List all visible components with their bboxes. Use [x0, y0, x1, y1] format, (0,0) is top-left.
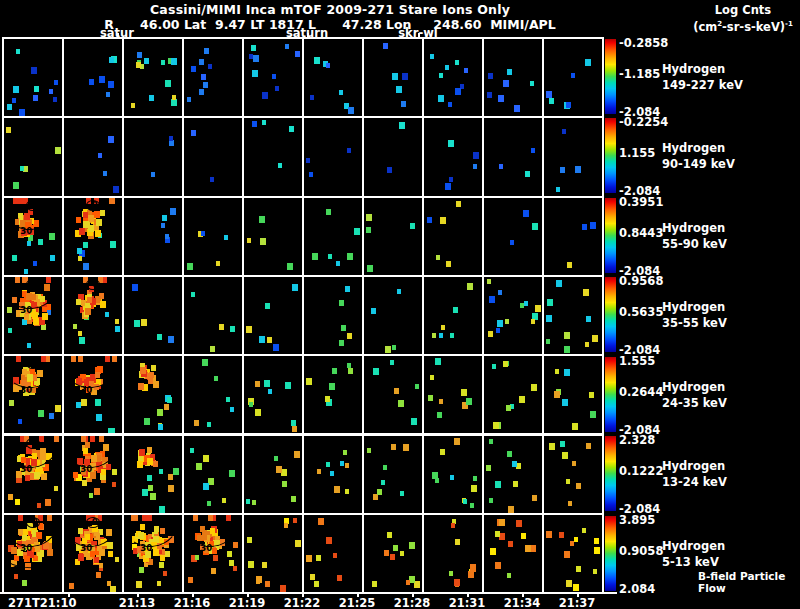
data-dot	[586, 316, 591, 322]
data-dot	[316, 555, 321, 561]
panel-r5c1: 030	[4, 356, 62, 433]
data-dot	[153, 461, 158, 467]
data-dot	[292, 426, 297, 432]
data-dot	[141, 319, 147, 326]
contour-label: 30	[80, 386, 92, 394]
data-dot	[147, 475, 152, 481]
data-dot	[168, 485, 174, 492]
data-dot	[251, 45, 256, 51]
data-dot	[201, 74, 206, 80]
data-dot	[409, 542, 415, 549]
data-dot	[507, 69, 512, 75]
data-dot	[214, 376, 218, 381]
data-dot	[329, 383, 335, 390]
data-dot	[233, 542, 238, 548]
data-dot	[113, 186, 119, 193]
data-dot	[267, 337, 272, 343]
data-dot	[448, 140, 454, 147]
colorbar	[605, 198, 616, 273]
data-dot	[115, 319, 119, 324]
data-dot	[402, 73, 408, 80]
data-dot	[20, 166, 24, 171]
data-dot	[132, 284, 138, 291]
panel-r3c4	[184, 198, 242, 275]
data-dot	[487, 92, 492, 98]
time-label: 21:13	[119, 596, 156, 609]
data-dot	[287, 263, 293, 270]
data-dot	[499, 519, 505, 526]
data-dot	[85, 308, 91, 315]
data-dot	[432, 333, 436, 338]
panel-r4c2: 0	[64, 277, 122, 354]
data-dot	[107, 581, 111, 586]
data-dot	[8, 328, 12, 333]
colorbar	[605, 39, 616, 114]
data-dot	[275, 86, 279, 91]
data-dot	[219, 324, 224, 330]
data-dot	[564, 369, 570, 376]
data-dot	[525, 171, 530, 177]
contour-label: 0	[92, 280, 98, 288]
data-dot	[439, 73, 443, 78]
data-dot	[339, 90, 343, 95]
panel-r5c10	[544, 356, 602, 433]
data-dot	[9, 400, 14, 406]
data-dot	[8, 494, 13, 500]
data-dot	[330, 471, 334, 476]
data-dot	[89, 79, 94, 85]
data-dot	[162, 215, 167, 221]
data-dot	[89, 493, 93, 498]
data-dot	[367, 448, 371, 453]
data-dot	[499, 164, 503, 169]
panel-r5c5	[244, 356, 302, 433]
data-dot	[555, 369, 559, 374]
data-dot	[594, 547, 600, 554]
data-dot	[585, 342, 589, 347]
colorbar-min-label: 2.084	[619, 584, 655, 595]
panel-r4c4	[184, 277, 242, 354]
data-dot	[347, 333, 352, 339]
data-dot	[224, 235, 228, 240]
data-dot	[432, 472, 438, 479]
data-dot	[191, 292, 195, 297]
data-dot	[326, 209, 331, 215]
data-dot	[309, 172, 313, 177]
data-dot	[211, 568, 216, 574]
panel-r5c8	[424, 356, 482, 433]
data-dot	[157, 409, 163, 416]
data-dot	[456, 201, 461, 207]
data-dot	[427, 217, 432, 223]
data-dot	[524, 301, 528, 306]
data-dot	[191, 66, 196, 72]
panel-r7c7	[364, 515, 422, 592]
data-dot	[336, 261, 340, 266]
data-dot	[387, 532, 392, 538]
data-dot	[505, 319, 509, 324]
data-dot	[566, 479, 570, 484]
data-dot	[55, 147, 61, 154]
data-dot	[439, 333, 443, 338]
channel-row-13-24: 2.328 0.1222 -2.084 Hydrogen 13-24 keV	[605, 434, 800, 514]
data-dot	[140, 367, 146, 374]
data-dot	[441, 325, 445, 330]
data-dot	[582, 224, 587, 230]
data-dot	[294, 451, 300, 458]
data-dot	[345, 463, 349, 468]
data-dot	[255, 409, 261, 416]
data-dot	[401, 101, 406, 107]
data-dot	[473, 152, 479, 159]
data-dot	[562, 452, 568, 459]
panel-r3c8	[424, 198, 482, 275]
panel-r6c9	[484, 436, 542, 513]
panel-r6c2: 30	[64, 436, 122, 513]
data-dot	[165, 80, 171, 87]
data-dot	[564, 551, 570, 558]
colorbar-mid-label: 0.1222	[619, 466, 663, 477]
panel-r5c2: 30	[64, 356, 122, 433]
data-dot	[488, 73, 493, 79]
data-dot	[108, 551, 113, 557]
data-dot	[531, 148, 535, 153]
panel-r5c6	[304, 356, 362, 433]
data-dot	[233, 566, 237, 571]
colorbar-mid-label: 1.155	[619, 148, 655, 159]
